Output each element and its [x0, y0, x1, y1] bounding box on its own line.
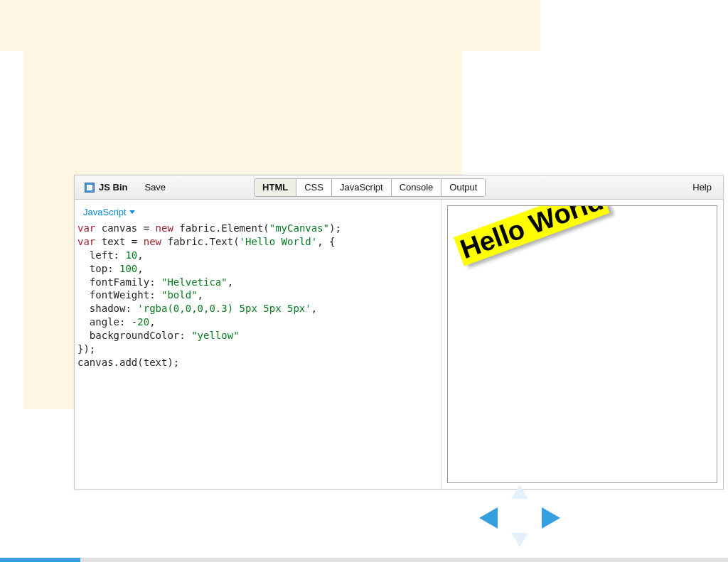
arrow-left-icon[interactable]: [479, 507, 498, 529]
slide-bg-top: [0, 0, 540, 51]
arrow-right-icon[interactable]: [542, 507, 560, 529]
code-editor[interactable]: var canvas = new fabric.Element("myCanva…: [75, 222, 441, 369]
chevron-down-icon: [129, 210, 135, 214]
arrow-up-icon[interactable]: [511, 485, 528, 499]
tab-output[interactable]: Output: [441, 179, 485, 196]
panel-tabs: HTML CSS JavaScript Console Output: [254, 178, 486, 197]
arrow-down-icon[interactable]: [511, 533, 528, 547]
progress-bar: [0, 558, 728, 562]
tab-javascript[interactable]: JavaScript: [332, 179, 392, 196]
language-dropdown[interactable]: JavaScript: [75, 200, 441, 222]
help-button[interactable]: Help: [681, 182, 723, 193]
hello-text: Hello World: [454, 205, 610, 266]
toolbar: JS Bin Save HTML CSS JavaScript Console …: [75, 175, 723, 200]
language-label: JavaScript: [83, 207, 127, 217]
tab-console[interactable]: Console: [392, 179, 442, 196]
brand[interactable]: JS Bin: [75, 182, 134, 193]
slide-nav: [476, 485, 562, 549]
brand-label: JS Bin: [99, 182, 127, 193]
panes: JavaScript var canvas = new fabric.Eleme…: [75, 200, 723, 489]
output-pane: Hello World: [441, 200, 723, 489]
output-canvas[interactable]: Hello World: [447, 205, 717, 483]
jsbin-window: JS Bin Save HTML CSS JavaScript Console …: [74, 175, 724, 490]
progress-fill: [0, 558, 80, 562]
tab-html[interactable]: HTML: [255, 179, 296, 196]
tab-css[interactable]: CSS: [296, 179, 332, 196]
jsbin-icon: [85, 183, 95, 193]
code-pane: JavaScript var canvas = new fabric.Eleme…: [75, 200, 441, 489]
save-button[interactable]: Save: [134, 182, 176, 193]
